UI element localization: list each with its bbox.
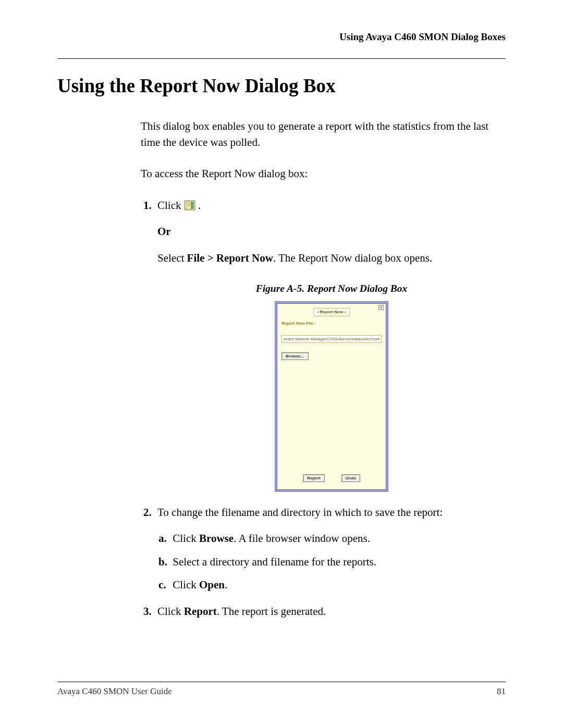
- step-3-prefix: Click: [157, 605, 184, 618]
- step-3: Click Report. The report is generated.: [154, 603, 506, 619]
- body-content: This dialog box enables you to generate …: [141, 118, 506, 619]
- footer-rule: [57, 682, 506, 682]
- browse-wrap: Browse...: [277, 346, 386, 366]
- access-line: To access the Report Now dialog box:: [141, 166, 506, 181]
- step-1-select-suffix: . The Report Now dialog box opens.: [273, 252, 432, 264]
- report-now-icon: [184, 200, 195, 211]
- step-1-select-prefix: Select: [157, 252, 187, 264]
- undo-button[interactable]: Undo: [341, 474, 360, 482]
- substep-b-label: b.: [158, 554, 170, 570]
- dialog-tab[interactable]: • Report Now •: [314, 308, 350, 316]
- close-icon[interactable]: x: [378, 305, 384, 310]
- substep-c-prefix: Click: [173, 578, 199, 591]
- step-1: Click . Or Select File > Report N: [154, 198, 506, 492]
- substep-a-suffix: . A file browser window opens.: [234, 532, 370, 545]
- footer-page-number: 81: [497, 686, 506, 697]
- step-2: To change the filename and directory in …: [154, 504, 506, 593]
- report-now-file-input[interactable]: [282, 335, 382, 343]
- figure-dialog-wrap: • Report Now • x Report Now File : Brows…: [157, 301, 506, 491]
- step-1-or: Or: [157, 224, 506, 239]
- substep-a-label: a.: [158, 530, 170, 546]
- step-1-period: .: [198, 199, 201, 212]
- report-button[interactable]: Report: [303, 474, 325, 482]
- browse-button[interactable]: Browse...: [282, 352, 309, 360]
- dialog-top-row: • Report Now • x: [277, 304, 386, 314]
- substep-c-bold: Open: [199, 578, 225, 591]
- header-rule: [57, 58, 506, 59]
- substep-c: c. Click Open.: [170, 577, 506, 593]
- page-footer: Avaya C460 SMON User Guide 81: [57, 682, 506, 697]
- report-now-dialog: • Report Now • x Report Now File : Brows…: [275, 301, 388, 491]
- report-now-file-label: Report Now File :: [277, 314, 386, 329]
- substep-b-text: Select a directory and filename for the …: [173, 556, 376, 568]
- dialog-inner: • Report Now • x Report Now File : Brows…: [277, 303, 386, 489]
- page-title: Using the Report Now Dialog Box: [57, 75, 506, 97]
- step-3-bold: Report: [184, 605, 217, 618]
- figure-caption: Figure A-5. Report Now Dialog Box: [157, 281, 506, 296]
- intro-paragraph: This dialog box enables you to generate …: [141, 118, 506, 150]
- substep-a-bold: Browse: [199, 532, 234, 545]
- header-section-title: Using Avaya C460 SMON Dialog Boxes: [57, 31, 506, 43]
- page: Using Avaya C460 SMON Dialog Boxes Using…: [0, 0, 563, 728]
- step-3-suffix: . The report is generated.: [217, 605, 326, 618]
- substep-a: a. Click Browse. A file browser window o…: [170, 530, 506, 546]
- substep-b: b. Select a directory and filename for t…: [170, 554, 506, 570]
- steps-list: Click . Or Select File > Report N: [154, 198, 506, 619]
- step-2-text: To change the filename and directory in …: [157, 506, 443, 519]
- footer-row: Avaya C460 SMON User Guide 81: [57, 686, 506, 697]
- dialog-spacer: [277, 366, 386, 465]
- step-1-click-text: Click: [157, 199, 184, 212]
- dialog-bottom-bar: Report Undo: [277, 465, 386, 489]
- substep-c-label: c.: [158, 577, 170, 593]
- step-2-substeps: a. Click Browse. A file browser window o…: [157, 530, 506, 593]
- svg-rect-6: [191, 202, 193, 208]
- substep-a-prefix: Click: [173, 532, 199, 545]
- substep-c-suffix: .: [225, 578, 227, 591]
- footer-left: Avaya C460 SMON User Guide: [57, 686, 172, 697]
- step-1-select: Select File > Report Now. The Report Now…: [157, 250, 506, 266]
- step-1-select-bold: File > Report Now: [187, 252, 273, 264]
